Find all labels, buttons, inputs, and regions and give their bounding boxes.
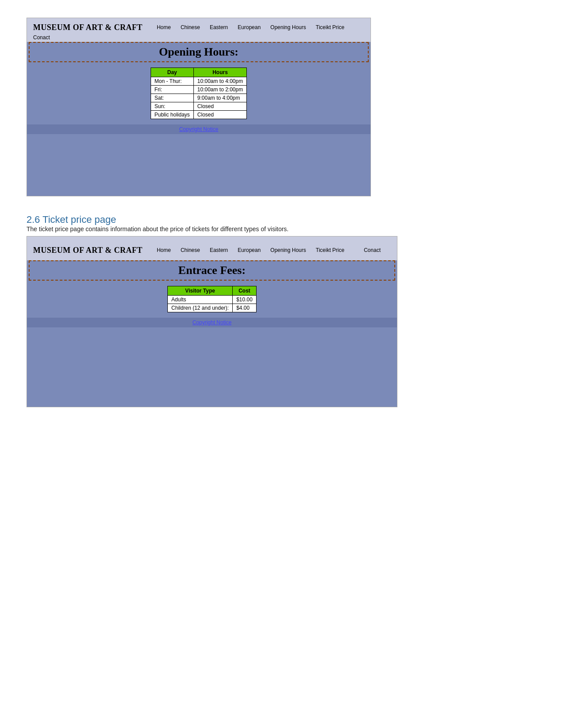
hours-cell: 9:00am to 4:00pm <box>193 94 246 102</box>
nav-chinese-1[interactable]: Chinese <box>181 24 200 30</box>
section-banner-1: Opening Hours: <box>29 42 369 62</box>
page-heading-1: Opening Hours: <box>34 45 363 59</box>
nav-ticket-price-2[interactable]: Ticeikt Price <box>316 247 344 253</box>
day-cell: Public holidays <box>151 111 193 119</box>
site-title-2: MUSEUM OF ART & CRAFT <box>33 246 143 255</box>
nav-european-2[interactable]: European <box>238 247 261 253</box>
page-footer-1: Copyright Notice <box>27 124 370 134</box>
section-26-heading: 2.6 Ticket price page The ticket price p… <box>26 214 537 233</box>
page-content-1: Opening Hours: Day Hours Mon - Thur: 10:… <box>27 42 370 196</box>
day-cell: Mon - Thur: <box>151 77 193 86</box>
hours-cell: Closed <box>193 111 246 119</box>
col-visitor-type: Visitor Type <box>168 286 233 296</box>
table-row: Children (12 and under): $4.00 <box>168 304 257 312</box>
hours-cell: Closed <box>193 102 246 111</box>
nav-conact-2[interactable]: Conact <box>364 247 381 253</box>
hours-cell: 10:00am to 2:00pm <box>193 86 246 94</box>
nav-eastern-2[interactable]: Eastern <box>210 247 228 253</box>
nav-european-1[interactable]: European <box>238 24 261 30</box>
nav-ticket-price-1[interactable]: Ticeikt Price <box>316 24 344 30</box>
table-row: Fri: 10:00am to 2:00pm <box>151 86 246 94</box>
nav-bar-2: MUSEUM OF ART & CRAFT Home Chinese Easte… <box>27 236 397 260</box>
page-heading-2: Entrace Fees: <box>34 264 390 277</box>
section-description: The ticket price page contains informati… <box>26 225 537 233</box>
section-banner-2: Entrace Fees: <box>29 260 395 281</box>
hours-table: Day Hours Mon - Thur: 10:00am to 4:00pm … <box>151 68 247 119</box>
copyright-link-1[interactable]: Copyright Notice <box>179 126 219 132</box>
table-row: Mon - Thur: 10:00am to 4:00pm <box>151 77 246 86</box>
nav-opening-hours-2[interactable]: Opening Hours <box>270 247 306 253</box>
table-row: Sun: Closed <box>151 102 246 111</box>
nav-conact-1[interactable]: Conact <box>33 34 50 41</box>
copyright-link-2[interactable]: Copyright Notice <box>193 319 232 326</box>
cost-cell: $10.00 <box>233 296 257 304</box>
day-cell: Sun: <box>151 102 193 111</box>
page-footer-2: Copyright Notice <box>27 318 397 327</box>
empty-space-1 <box>27 134 370 196</box>
nav-bar-1: MUSEUM OF ART & CRAFT Home Chinese Easte… <box>27 18 370 42</box>
hours-cell: 10:00am to 4:00pm <box>193 77 246 86</box>
page-content-2: Entrace Fees: Visitor Type Cost Adults $… <box>27 260 397 407</box>
browser-window-2: MUSEUM OF ART & CRAFT Home Chinese Easte… <box>26 236 397 407</box>
visitor-cell: Adults <box>168 296 233 304</box>
nav-opening-hours-1[interactable]: Opening Hours <box>270 24 306 30</box>
nav-home-1[interactable]: Home <box>157 24 171 30</box>
day-cell: Fri: <box>151 86 193 94</box>
col-day: Day <box>151 68 193 77</box>
browser-window-1: MUSEUM OF ART & CRAFT Home Chinese Easte… <box>26 18 371 196</box>
col-cost: Cost <box>233 286 257 296</box>
table-row: Adults $10.00 <box>168 296 257 304</box>
day-cell: Sat: <box>151 94 193 102</box>
nav-home-2[interactable]: Home <box>157 247 171 253</box>
nav-chinese-2[interactable]: Chinese <box>181 247 200 253</box>
visitor-cell: Children (12 and under): <box>168 304 233 312</box>
empty-space-2 <box>27 327 397 407</box>
table-row: Public holidays Closed <box>151 111 246 119</box>
col-hours: Hours <box>193 68 246 77</box>
site-title-1: MUSEUM OF ART & CRAFT <box>33 23 143 32</box>
table-row: Sat: 9:00am to 4:00pm <box>151 94 246 102</box>
fees-table: Visitor Type Cost Adults $10.00 Children… <box>167 286 257 312</box>
nav-eastern-1[interactable]: Eastern <box>210 24 228 30</box>
section-title: 2.6 Ticket price page <box>26 214 537 225</box>
cost-cell: $4.00 <box>233 304 257 312</box>
